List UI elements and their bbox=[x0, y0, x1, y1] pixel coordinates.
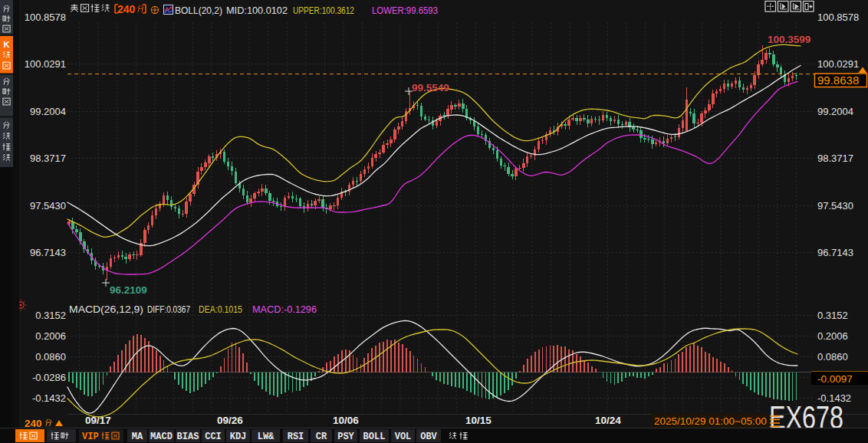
svg-text:99.2004: 99.2004 bbox=[817, 106, 853, 117]
svg-text:10/06: 10/06 bbox=[333, 415, 359, 426]
svg-text:0.2006: 0.2006 bbox=[817, 330, 848, 342]
svg-text:10/15: 10/15 bbox=[465, 415, 492, 426]
svg-text:BOLL(20,2): BOLL(20,2) bbox=[175, 5, 222, 16]
svg-text:99.8638: 99.8638 bbox=[817, 74, 859, 87]
svg-text:LOWER:99.6593: LOWER:99.6593 bbox=[372, 5, 438, 16]
svg-text:K: K bbox=[4, 40, 10, 49]
svg-text:KDJ: KDJ bbox=[230, 432, 247, 442]
svg-text:0.0860: 0.0860 bbox=[817, 351, 848, 363]
svg-text:09/17: 09/17 bbox=[85, 415, 111, 426]
svg-text:BOLL: BOLL bbox=[363, 432, 386, 442]
svg-text:97.5430: 97.5430 bbox=[30, 200, 66, 212]
svg-text:99.2004: 99.2004 bbox=[30, 106, 66, 117]
svg-text:98.3717: 98.3717 bbox=[817, 153, 853, 164]
svg-text:96.7143: 96.7143 bbox=[30, 247, 66, 258]
svg-text:100.3599: 100.3599 bbox=[768, 34, 810, 45]
svg-text:DEA:0.1015: DEA:0.1015 bbox=[199, 304, 242, 315]
svg-text:-0.1432: -0.1432 bbox=[32, 392, 66, 404]
svg-text:0.0860: 0.0860 bbox=[35, 351, 66, 363]
svg-text:0.2006: 0.2006 bbox=[35, 330, 66, 342]
svg-text:MID:100.0102: MID:100.0102 bbox=[226, 5, 288, 16]
svg-text:VOL: VOL bbox=[395, 432, 412, 442]
svg-text:100.0291: 100.0291 bbox=[817, 58, 859, 70]
svg-text:240: 240 bbox=[25, 418, 42, 429]
svg-text:BIAS: BIAS bbox=[177, 432, 199, 442]
svg-text:PSY: PSY bbox=[337, 432, 354, 442]
svg-text:MACD:-0.1296: MACD:-0.1296 bbox=[252, 304, 317, 315]
svg-text:RSI: RSI bbox=[288, 432, 304, 442]
svg-text:MACD(26,12,9): MACD(26,12,9) bbox=[69, 304, 143, 315]
svg-text:OBV: OBV bbox=[420, 432, 437, 442]
svg-text:MACD: MACD bbox=[150, 432, 173, 442]
svg-text:-0.0286: -0.0286 bbox=[32, 372, 66, 383]
svg-text:98.3717: 98.3717 bbox=[30, 153, 66, 164]
svg-text:LW&: LW& bbox=[258, 432, 275, 442]
svg-text:0.3152: 0.3152 bbox=[817, 310, 848, 321]
svg-text:CCI: CCI bbox=[205, 432, 222, 442]
svg-text:240: 240 bbox=[117, 3, 136, 15]
svg-text:MA: MA bbox=[132, 432, 143, 442]
svg-text:97.5430: 97.5430 bbox=[817, 200, 853, 212]
svg-text:-0.0097: -0.0097 bbox=[817, 373, 853, 385]
svg-text:100.8578: 100.8578 bbox=[25, 11, 66, 23]
svg-text:2025/10/29 01:00~05:00: 2025/10/29 01:00~05:00 bbox=[654, 415, 767, 427]
svg-text:96.7143: 96.7143 bbox=[817, 247, 853, 258]
svg-text:09/26: 09/26 bbox=[217, 415, 243, 426]
svg-text:99.5549: 99.5549 bbox=[412, 82, 449, 94]
svg-text:CR: CR bbox=[316, 432, 327, 442]
svg-text:UPPER:100.3612: UPPER:100.3612 bbox=[293, 5, 354, 16]
svg-text:100.8578: 100.8578 bbox=[817, 11, 859, 23]
svg-text:VIP: VIP bbox=[82, 432, 99, 442]
svg-text:96.2109: 96.2109 bbox=[110, 284, 147, 296]
svg-text:10/24: 10/24 bbox=[595, 415, 621, 426]
svg-text:0.3152: 0.3152 bbox=[35, 310, 66, 321]
svg-text:DIFF:0.0367: DIFF:0.0367 bbox=[147, 304, 190, 315]
svg-text:100.0291: 100.0291 bbox=[25, 58, 66, 70]
